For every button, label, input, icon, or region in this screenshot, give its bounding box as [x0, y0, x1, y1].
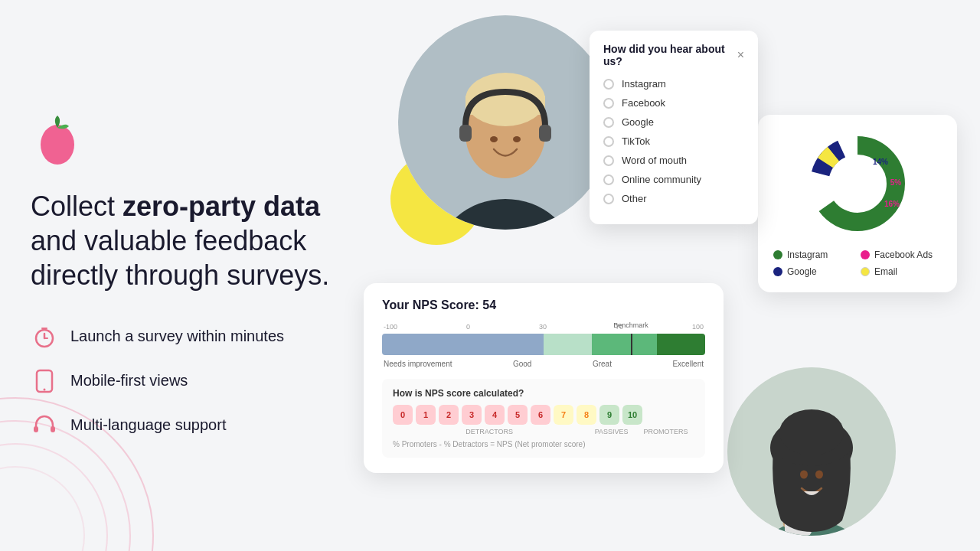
nps-segment-excellent: [657, 334, 705, 355]
axis-0: 0: [466, 323, 470, 331]
radio-google[interactable]: [603, 117, 614, 128]
headline-prefix: Collect: [31, 191, 122, 222]
legend-label-google: Google: [787, 266, 817, 277]
label-excellent: Excellent: [672, 360, 704, 368]
axis-neg100: -100: [384, 323, 397, 331]
donut-chart-legend: Instagram Facebook Ads Google Email: [773, 249, 942, 277]
option-label-tiktok: TikTok: [622, 135, 650, 147]
svg-rect-15: [459, 125, 472, 142]
right-area: How did you hear about us? × Instagram F…: [352, 0, 980, 551]
survey-popup-title: How did you hear about us?: [603, 43, 737, 67]
legend-google: Google: [773, 266, 854, 277]
survey-option-word-of-mouth[interactable]: Word of mouth: [603, 155, 744, 166]
nps-num-9: 9: [599, 405, 619, 425]
survey-option-google[interactable]: Google: [603, 116, 744, 128]
nps-num-1: 1: [416, 405, 436, 425]
svg-point-17: [490, 136, 498, 142]
option-label-other: Other: [622, 193, 647, 204]
nps-segment-great: [592, 334, 656, 355]
nps-calculation-card: How is NPS score calculated? 0 1 2 3 4 5…: [382, 379, 705, 458]
feature-item-mobile: Mobile-first views: [31, 367, 368, 395]
nps-axis-numbers: -100 0 30 70 100: [382, 323, 705, 331]
option-label-word-of-mouth: Word of mouth: [622, 155, 687, 166]
axis-100: 100: [692, 323, 704, 331]
legend-dot-instagram: [773, 250, 782, 259]
survey-option-tiktok[interactable]: TikTok: [603, 135, 744, 147]
nps-segment-labels: Needs improvement Good Great Excellent: [382, 360, 705, 368]
nps-card: Your NPS Score: 54 -100 0 30 70 100 Benc…: [364, 283, 724, 473]
survey-option-other[interactable]: Other: [603, 193, 744, 204]
radio-word-of-mouth[interactable]: [603, 155, 614, 166]
svg-rect-9: [51, 426, 55, 432]
headline-bold: zero-party data: [122, 191, 320, 222]
option-label-instagram: Instagram: [622, 78, 666, 90]
svg-point-34: [815, 471, 823, 479]
legend-dot-email: [861, 267, 870, 276]
radio-tiktok[interactable]: [603, 136, 614, 147]
donut-chart-card: 14% 5% 16% Instagram Facebook Ads Google…: [758, 115, 957, 292]
legend-label-facebook-ads: Facebook Ads: [874, 249, 933, 260]
svg-text:5%: 5%: [890, 178, 902, 187]
svg-point-32: [779, 409, 844, 455]
feature-item-language: Multi-language support: [31, 412, 368, 439]
nps-formula: % Promoters - % Detractors = NPS (Net pr…: [393, 440, 694, 448]
headset-icon: [31, 412, 58, 439]
legend-label-email: Email: [874, 266, 897, 277]
label-passives: PASSIVES: [584, 428, 639, 435]
nps-num-10: 10: [622, 405, 642, 425]
headline-suffix: and valuable feedback directly through s…: [31, 225, 329, 291]
nps-segment-negative: [382, 334, 544, 355]
label-promoters: PROMOTERS: [639, 428, 693, 435]
svg-rect-16: [539, 125, 551, 142]
headphones-person-avatar: [398, 15, 612, 230]
svg-point-7: [44, 388, 46, 390]
label-good: Good: [513, 360, 531, 368]
donut-chart-wrapper: 14% 5% 16%: [773, 130, 942, 237]
radio-online-community[interactable]: [603, 174, 614, 185]
radio-other[interactable]: [603, 194, 614, 204]
svg-text:14%: 14%: [873, 158, 888, 166]
nps-num-2: 2: [439, 405, 459, 425]
nps-num-7: 7: [554, 405, 573, 425]
radio-facebook[interactable]: [603, 98, 614, 109]
feature-label-survey: Launch a survey within minutes: [70, 328, 284, 345]
label-detractors: DETRACTORS: [394, 428, 584, 435]
left-panel: Collect zero-party data and valuable fee…: [31, 0, 368, 551]
survey-options-list: Instagram Facebook Google TikTok Word of…: [603, 78, 744, 204]
survey-option-instagram[interactable]: Instagram: [603, 78, 744, 90]
nps-num-0: 0: [393, 405, 413, 425]
survey-close-button[interactable]: ×: [737, 49, 744, 61]
svg-rect-8: [34, 426, 38, 432]
mobile-icon: [31, 367, 58, 395]
feature-label-mobile: Mobile-first views: [70, 372, 188, 390]
legend-dot-facebook-ads: [861, 250, 870, 259]
svg-point-4: [41, 125, 74, 165]
label-needs-improvement: Needs improvement: [384, 360, 452, 368]
legend-email: Email: [861, 266, 942, 277]
survey-popup-header: How did you hear about us? ×: [603, 43, 744, 67]
option-label-google: Google: [622, 116, 654, 128]
benchmark-line: [631, 334, 632, 355]
survey-option-online-community[interactable]: Online community: [603, 174, 744, 185]
timer-icon: [31, 323, 58, 350]
option-label-online-community: Online community: [622, 174, 701, 185]
radio-instagram[interactable]: [603, 79, 614, 90]
nps-num-3: 3: [462, 405, 482, 425]
benchmark-label: Benchmark: [613, 321, 648, 329]
svg-point-18: [513, 136, 521, 142]
nps-num-5: 5: [508, 405, 528, 425]
survey-option-facebook[interactable]: Facebook: [603, 97, 744, 109]
nps-segment-good: [544, 334, 592, 355]
nps-num-6: 6: [531, 405, 550, 425]
nps-bar-wrapper: Benchmark: [382, 334, 705, 355]
label-great: Great: [593, 360, 612, 368]
nps-title: Your NPS Score: 54: [382, 298, 705, 312]
headline: Collect zero-party data and valuable fee…: [31, 189, 368, 292]
survey-popup: How did you hear about us? × Instagram F…: [590, 31, 758, 224]
app-logo: [31, 112, 84, 166]
feature-label-language: Multi-language support: [70, 416, 226, 434]
svg-point-33: [800, 471, 808, 479]
legend-dot-google: [773, 267, 782, 276]
nps-numbers-row: 0 1 2 3 4 5 6 7 8 9 10: [393, 405, 694, 425]
feature-item-survey: Launch a survey within minutes: [31, 323, 368, 350]
